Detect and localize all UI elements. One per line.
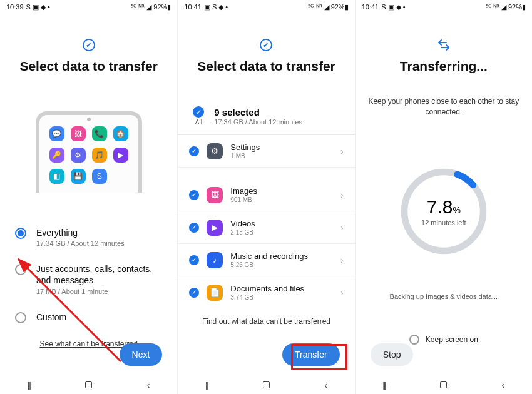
nav-recent-button[interactable]: ||| (205, 380, 208, 390)
row-sublabel: 901 MB (230, 196, 333, 203)
status-signal: ⁵ᴳ ᴺᴿ ◢ 92%▮ (486, 3, 526, 11)
app-icon: 📞 (92, 126, 107, 141)
status-signal: ⁵ᴳ ᴺᴿ ◢ 92%▮ (131, 3, 171, 11)
nav-back-button[interactable]: ‹ (501, 380, 504, 390)
data-row[interactable]: ✓♪Music and recordings5.26 GB› (178, 244, 354, 276)
radio-label: Custom (36, 311, 66, 323)
status-icons: ▣ S ◆ • (204, 3, 228, 11)
category-icon: ▶ (207, 220, 223, 236)
status-bar: 10:41 S ▣ ◆ • ⁵ᴳ ᴺᴿ ◢ 92%▮ (356, 0, 532, 14)
category-icon: ♪ (207, 252, 223, 268)
radio-sublabel: 17 MB / About 1 minute (36, 288, 162, 295)
page-title: Select data to transfer (178, 59, 354, 74)
data-row[interactable]: ✓🖼Images901 MB› (178, 179, 354, 211)
check-icon: ✓ (189, 288, 199, 298)
nav-bar: ||| ‹ (356, 375, 532, 394)
screen-transferring: 10:41 S ▣ ◆ • ⁵ᴳ ᴺᴿ ◢ 92%▮ Transferring.… (355, 0, 532, 394)
page-title: Transferring... (356, 59, 532, 74)
category-icon: ⚙ (207, 143, 223, 159)
app-icon: ▶ (113, 148, 128, 163)
progress-value: 7.8 (427, 196, 453, 217)
phone-mockup: 💬🖼📞🏠🔑⚙🎵▶◧💾S (36, 111, 142, 193)
radio-label: Everything (36, 227, 125, 238)
nav-home-button[interactable] (85, 381, 92, 388)
radio-icon (15, 228, 26, 239)
category-icon: 📄 (207, 285, 223, 301)
backing-text: Backing up Images & videos data... (356, 293, 532, 300)
radio-icon (15, 264, 26, 275)
app-icon: 🔑 (49, 148, 64, 163)
check-icon: ✓ (189, 190, 199, 200)
header-check-icon: ✓ (0, 39, 177, 51)
nav-back-button[interactable]: ‹ (146, 380, 150, 390)
status-time: 10:41 (184, 3, 202, 11)
app-icon: ⚙ (71, 148, 86, 163)
screen-select-data-list: 10:41 ▣ S ◆ • ⁵ᴳ ᴺᴿ ◢ 92%▮ ✓ Select data… (177, 0, 354, 394)
all-label: All (193, 119, 204, 126)
stop-button[interactable]: Stop (371, 343, 414, 366)
radio-sublabel: 17.34 GB / About 12 minutes (36, 240, 125, 247)
status-bar: 10:41 ▣ S ◆ • ⁵ᴳ ᴺᴿ ◢ 92%▮ (178, 0, 354, 14)
progress-unit: % (453, 205, 460, 215)
page-title: Select data to transfer (0, 59, 177, 74)
chevron-right-icon: › (340, 255, 344, 265)
nav-back-button[interactable]: ‹ (324, 380, 327, 390)
selected-count: 9 selected (214, 107, 302, 118)
status-bar: 10:39 S ▣ ◆ • ⁵ᴳ ᴺᴿ ◢ 92%▮ (0, 0, 177, 14)
check-icon: ✓ (189, 146, 199, 156)
next-button[interactable]: Next (120, 343, 163, 366)
status-icons: S ▣ ◆ • (26, 3, 50, 11)
radio-option[interactable]: Everything17.34 GB / About 12 minutes (15, 227, 162, 247)
nav-bar: ||| ‹ (178, 375, 354, 394)
row-title: Images (230, 186, 333, 196)
row-sublabel: 3.74 GB (230, 294, 333, 301)
select-all-row[interactable]: ✓ All 9 selected 17.34 GB / About 12 min… (178, 96, 354, 135)
screen-select-data-options: 10:39 S ▣ ◆ • ⁵ᴳ ᴺᴿ ◢ 92%▮ ✓ Select data… (0, 0, 177, 394)
app-icon: 💾 (71, 169, 86, 184)
nav-bar: ||| ‹ (0, 375, 177, 394)
nav-recent-button[interactable]: ||| (382, 380, 385, 390)
app-icon: 🖼 (71, 126, 86, 141)
row-title: Music and recordings (230, 251, 333, 261)
progress-sub: 12 minutes left (421, 219, 466, 226)
check-icon: ✓ (189, 255, 199, 265)
row-sublabel: 5.26 GB (230, 261, 333, 268)
transfer-button[interactable]: Transfer (282, 343, 340, 366)
page-subtitle: Keep your phones close to each other to … (356, 96, 532, 118)
nav-recent-button[interactable]: ||| (28, 380, 30, 390)
status-time: 10:39 (6, 3, 24, 11)
check-icon: ✓ (189, 223, 199, 233)
progress-ring: 7.8% 12 minutes left (356, 164, 532, 258)
row-title: Videos (230, 219, 333, 228)
nav-home-button[interactable] (440, 381, 447, 388)
selected-sub: 17.34 GB / About 12 minutes (214, 118, 302, 126)
cant-transfer-link[interactable]: Find out what data can't be transferred (178, 317, 354, 326)
app-icon: 🏠 (113, 126, 128, 141)
transfer-icon (356, 39, 532, 51)
data-row[interactable]: ✓📄Documents and files3.74 GB› (178, 276, 354, 308)
row-title: Documents and files (230, 284, 333, 293)
category-icon: 🖼 (207, 187, 223, 203)
row-sublabel: 1 MB (230, 153, 333, 159)
nav-home-button[interactable] (263, 381, 270, 388)
chevron-right-icon: › (340, 223, 344, 233)
app-icon: 🎵 (92, 148, 107, 163)
radio-label: Just accounts, calls, contacts, and mess… (36, 263, 162, 286)
status-icons: S ▣ ◆ • (381, 3, 405, 11)
row-title: Settings (230, 143, 333, 152)
keep-screen-label: Keep screen on (426, 335, 478, 344)
app-icon: ◧ (49, 169, 64, 184)
radio-option[interactable]: Just accounts, calls, contacts, and mess… (15, 263, 162, 295)
chevron-right-icon: › (340, 146, 344, 156)
app-icon: 💬 (49, 126, 64, 141)
row-sublabel: 2.18 GB (230, 229, 333, 236)
radio-icon (409, 335, 419, 345)
radio-option[interactable]: Custom (15, 311, 162, 323)
status-signal: ⁵ᴳ ᴺᴿ ◢ 92%▮ (308, 3, 348, 11)
chevron-right-icon: › (340, 288, 344, 298)
header-check-icon: ✓ (178, 39, 354, 51)
radio-icon (15, 312, 26, 323)
app-icon: S (92, 169, 107, 184)
data-row[interactable]: ✓▶Videos2.18 GB› (178, 211, 354, 244)
data-row[interactable]: ✓⚙Settings1 MB› (178, 135, 354, 168)
